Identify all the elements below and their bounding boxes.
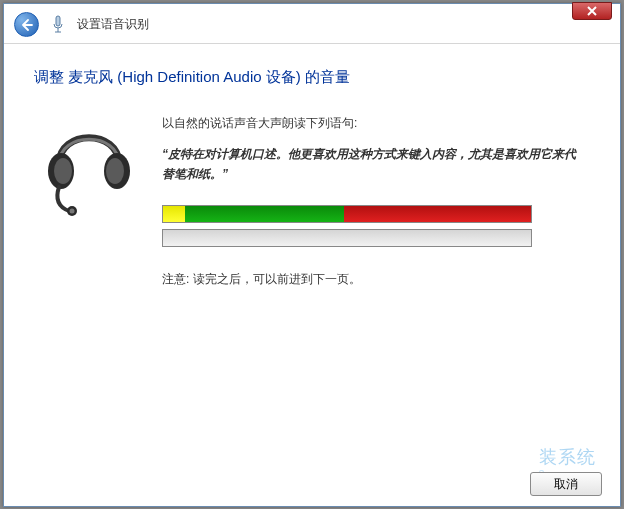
arrow-left-icon [21, 19, 33, 31]
cancel-button[interactable]: 取消 [530, 472, 602, 496]
page-heading: 调整 麦克风 (High Definition Audio 设备) 的音量 [34, 68, 590, 87]
wizard-title: 设置语音识别 [77, 16, 149, 33]
headset-icon [34, 109, 144, 219]
watermark-line1: 装系统 [539, 447, 596, 467]
sample-phrase: “皮特在对计算机口述。他更喜欢用这种方式来键入内容，尤其是喜欢用它来代替笔和纸。… [162, 144, 590, 185]
meter-segment-green [185, 206, 344, 222]
meter-segment-red [344, 206, 531, 222]
close-icon [587, 6, 597, 16]
meter-segment-yellow [163, 206, 185, 222]
footer-buttons: 取消 [530, 472, 602, 496]
volume-meter-color [162, 205, 532, 223]
header-bar: 设置语音识别 [4, 4, 620, 44]
note-text: 注意: 读完之后，可以前进到下一页。 [162, 271, 590, 288]
svg-point-5 [54, 158, 72, 184]
microphone-icon [49, 14, 67, 36]
svg-rect-0 [56, 16, 60, 26]
svg-point-6 [106, 158, 124, 184]
window-close-button[interactable] [572, 2, 612, 20]
back-button[interactable] [14, 12, 39, 37]
svg-point-8 [70, 209, 75, 214]
volume-meter-level [162, 229, 532, 247]
content-area: 调整 麦克风 (High Definition Audio 设备) 的音量 以自… [4, 44, 620, 288]
instruction-text: 以自然的说话声音大声朗读下列语句: [162, 115, 590, 132]
